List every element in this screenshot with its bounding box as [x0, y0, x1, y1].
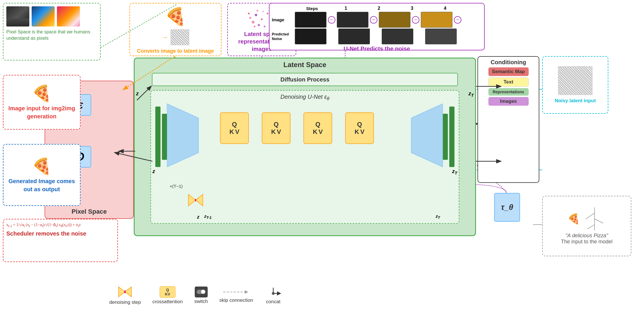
k-label-1: K	[230, 128, 234, 136]
main-diagram: Pixel Space is the space that we humans …	[0, 0, 644, 311]
z-left-label: z	[152, 168, 155, 175]
generated-label: Generated Image comes out as output	[6, 177, 77, 193]
legend-denoising-label: denoising step	[109, 299, 141, 305]
qkv-block-4: Q K V	[345, 112, 374, 144]
step-minus-2: −	[370, 16, 377, 24]
legend-bowtie-icon	[117, 285, 133, 298]
flower-image	[57, 6, 80, 26]
svg-line-42	[595, 219, 603, 223]
noisy-latent-label: Noisy latent input	[555, 98, 596, 104]
z-bottom-label: z	[197, 215, 199, 220]
pizza-large-icon: 🍕	[32, 84, 52, 103]
img2img-label: Image input for img2img generation	[6, 104, 77, 120]
svg-point-52	[272, 292, 275, 295]
legend-kv: KV	[165, 292, 170, 296]
svg-marker-37	[188, 194, 196, 206]
decoder-trapezoid	[406, 104, 443, 167]
predicted-noise-label: Predicted Noise	[272, 32, 293, 41]
qkv-block-2: Q K V	[262, 112, 291, 144]
svg-point-23	[252, 21, 255, 24]
generated-image-box: 🍕 Generated Image comes out as output	[3, 144, 81, 206]
q-label-4: Q	[357, 121, 362, 128]
denoising-unet-box: Denoising U-Net εθ	[150, 90, 459, 224]
tau-theta-label: τ_θ	[501, 203, 513, 212]
legend-concat-label: concat	[266, 299, 280, 305]
denoising-unet-title: Denoising U-Net εθ	[280, 94, 329, 102]
qkv-block-3: Q K V	[303, 112, 332, 144]
svg-marker-36	[411, 104, 443, 167]
legend-area: denoising step Q KV crossattention switc…	[109, 285, 282, 305]
pizza-desc: The input to the model	[561, 239, 612, 245]
svg-point-25	[258, 24, 260, 26]
zt-right-label: zT	[452, 168, 457, 175]
cond-semantic-map: Semantic Map	[488, 67, 529, 76]
svg-line-41	[586, 213, 595, 219]
encoder-trapezoid	[167, 104, 204, 167]
svg-point-28	[264, 26, 265, 27]
legend-skip-label: skip connection	[219, 297, 253, 303]
scheduler-formula: xt-1 = 1/√αt (xt − (1−αt)/√(1−ᾱt) εθ(xt,…	[6, 222, 114, 228]
legend-concat: concat	[265, 286, 282, 305]
image-row-label: Image	[272, 17, 293, 22]
tree-svg	[583, 207, 606, 230]
diffusion-process-bar: Diffusion Process	[152, 73, 458, 86]
svg-rect-39	[195, 199, 196, 201]
svg-point-20	[261, 18, 263, 20]
legend-crossattention-label: crossattention	[152, 299, 183, 305]
step-img-3	[379, 12, 410, 28]
pizza-text-box: 🍕 "A delicious Pizza" The input to the m…	[542, 196, 631, 256]
svg-marker-38	[196, 194, 203, 206]
pizza-tree-row: 🍕	[567, 207, 606, 230]
svg-point-48	[201, 290, 205, 294]
pizza-quote: "A delicious Pizza"	[565, 233, 608, 239]
svg-point-30	[263, 11, 264, 12]
svg-point-33	[248, 13, 250, 14]
step-img-4	[421, 12, 452, 28]
legend-crossattention: Q KV crossattention	[152, 286, 183, 305]
k-label-2: K	[271, 128, 276, 136]
noise-img-2	[338, 29, 370, 44]
unet-predict-title: U-Net Predicts the noise	[272, 45, 482, 52]
zt-bottom-label: zT	[436, 214, 440, 220]
v-label-3: V	[319, 128, 323, 136]
v-label-2: V	[277, 128, 281, 136]
noise-img-1	[295, 29, 326, 44]
conditioning-title: Conditioning	[480, 59, 536, 66]
repeat-label: ×(T−1)	[170, 184, 183, 189]
img2img-box: 🍕 Image input for img2img generation	[3, 75, 81, 130]
converts-arrow-row: →	[162, 29, 189, 45]
k-label-4: K	[355, 128, 359, 136]
step-minus-1: −	[328, 16, 335, 24]
image-row: Image − − − −	[272, 12, 482, 28]
step3-num: 3	[395, 6, 429, 11]
svg-point-27	[249, 17, 251, 19]
noisy-latent-box: Noisy latent input	[542, 56, 608, 114]
pixel-space-description: Pixel Space is the space that we humans …	[6, 29, 97, 42]
legend-concat-icon	[265, 286, 282, 298]
cond-images: Images	[488, 97, 529, 106]
latent-space-title: Latent Space	[283, 61, 326, 69]
kv-labels-3: K V	[313, 128, 323, 136]
legend-denoising-step: denoising step	[109, 285, 141, 305]
steps-header: Steps	[295, 6, 329, 11]
step-img-1	[295, 12, 326, 28]
tau-theta-block: τ_θ	[494, 193, 520, 222]
k-label-3: K	[313, 128, 318, 136]
step-minus-3: −	[412, 16, 419, 24]
bowtie-svg	[187, 193, 204, 207]
q-label-2: Q	[274, 121, 278, 128]
green-bar-3	[449, 107, 454, 167]
kv-labels-4: K V	[355, 128, 365, 136]
svg-point-22	[267, 13, 268, 14]
svg-marker-45	[125, 287, 131, 297]
legend-qkv-icon: Q KV	[160, 286, 175, 298]
kv-labels-1: K V	[230, 128, 240, 136]
svg-marker-44	[119, 287, 125, 297]
scheduler-box: xt-1 = 1/√αt (xt − (1−αt)/√(1−ᾱt) εθ(xt,…	[3, 219, 118, 262]
noise-texture	[558, 66, 593, 95]
zt-edge-label: zT	[469, 91, 474, 98]
v-label-1: V	[235, 128, 240, 136]
right-arrow-icon: →	[162, 34, 168, 41]
pixel-space-images	[6, 6, 97, 26]
svg-line-43	[587, 225, 595, 229]
